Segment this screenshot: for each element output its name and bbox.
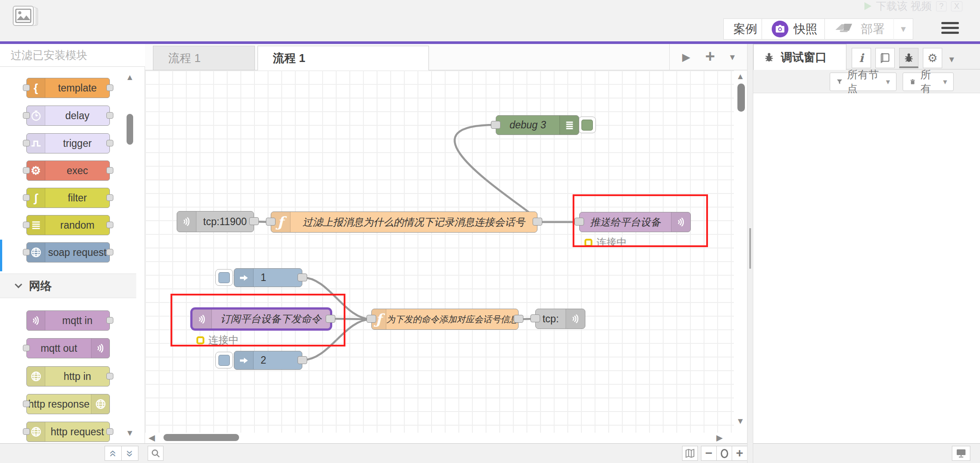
palette-section-network[interactable]: 网络 xyxy=(0,273,136,298)
node-function-filter[interactable]: ƒ 过滤上报消息为什么的情况下记录消息连接会话号 xyxy=(271,211,537,233)
deploy-button[interactable]: 部署 ▾ xyxy=(824,18,913,40)
tab-debug-window[interactable]: 调试窗口 xyxy=(753,44,846,70)
output-port[interactable] xyxy=(106,222,113,228)
node-function-command[interactable]: ƒ 为下发的命令添加对应会话号信息 xyxy=(371,309,519,330)
canvas-scroll-down[interactable]: ▼ xyxy=(736,417,744,425)
collapse-all-button[interactable]: « xyxy=(105,446,122,461)
input-port[interactable] xyxy=(23,401,30,407)
open-in-window-button[interactable] xyxy=(952,446,970,461)
output-port[interactable] xyxy=(106,428,113,435)
output-port[interactable] xyxy=(106,194,113,201)
input-port[interactable] xyxy=(23,194,30,201)
output-port[interactable] xyxy=(106,317,113,324)
overlay-help-button[interactable]: ? xyxy=(936,1,947,11)
debug-tab-button[interactable] xyxy=(899,48,918,68)
input-port[interactable] xyxy=(23,222,30,228)
palette-node-mqtt-in[interactable]: mqtt in xyxy=(26,310,110,331)
palette-node-mqtt-out[interactable]: mqtt out xyxy=(26,338,110,358)
palette-scroll-up[interactable]: ▲ xyxy=(126,73,134,81)
zoom-in-button[interactable]: + xyxy=(732,446,748,461)
input-port[interactable] xyxy=(574,218,584,226)
output-port[interactable] xyxy=(298,273,307,281)
node-push-to-platform[interactable]: 推送给平台设备 xyxy=(579,212,691,232)
palette-scrollbar-thumb[interactable] xyxy=(127,114,133,145)
input-port[interactable] xyxy=(23,84,30,91)
minimap-button[interactable] xyxy=(682,446,698,461)
workspace-search-button[interactable] xyxy=(148,446,163,461)
input-port[interactable] xyxy=(23,167,30,174)
canvas-scroll-right[interactable]: ▶ xyxy=(716,434,723,442)
output-port[interactable] xyxy=(514,315,523,323)
overlay-close-button[interactable]: X xyxy=(951,1,962,11)
output-port[interactable] xyxy=(106,249,113,255)
palette-node-http-request[interactable]: http request xyxy=(26,422,110,442)
output-port[interactable] xyxy=(533,218,542,226)
wire[interactable] xyxy=(455,125,539,222)
tab-flow-1-active[interactable]: 流程 1 xyxy=(258,46,429,70)
output-port[interactable] xyxy=(326,315,335,323)
input-port[interactable] xyxy=(367,315,376,323)
add-flow-button[interactable]: + xyxy=(705,47,715,66)
palette-node-trigger[interactable]: trigger xyxy=(26,133,110,153)
palette-node-exec[interactable]: ⚙ exec xyxy=(26,160,110,181)
canvas-scroll-up[interactable]: ▲ xyxy=(736,72,744,80)
input-port[interactable] xyxy=(530,314,540,322)
snapshot-button[interactable]: 快照 xyxy=(762,18,828,40)
sidebar-splitter[interactable] xyxy=(747,44,753,463)
palette-node-delay[interactable]: delay xyxy=(26,106,110,126)
input-port[interactable] xyxy=(23,140,30,146)
output-port[interactable] xyxy=(106,167,113,174)
node-tcp-in[interactable]: tcp:11900 xyxy=(177,211,254,232)
debug-enable-toggle[interactable] xyxy=(578,117,596,133)
link-1-toggle[interactable] xyxy=(215,269,233,286)
canvas-scroll-left[interactable]: ◀ xyxy=(149,434,155,442)
palette-scroll-down[interactable]: ▼ xyxy=(126,429,134,437)
input-port[interactable] xyxy=(23,428,30,435)
deploy-options-caret[interactable]: ▾ xyxy=(893,18,913,40)
output-port[interactable] xyxy=(106,112,113,119)
palette-node-template[interactable]: { template xyxy=(26,78,110,98)
zoom-reset-button[interactable] xyxy=(716,446,732,461)
input-port[interactable] xyxy=(23,112,30,119)
help-tab-button[interactable] xyxy=(875,48,895,68)
expand-all-button[interactable]: » xyxy=(121,446,138,461)
node-link-2[interactable]: 2 xyxy=(234,351,302,370)
sidebar-tabs-caret[interactable]: ▾ xyxy=(949,54,954,65)
flow-workspace[interactable]: debug 3 tcp:11900 ƒ 过滤上报消息为什么的情况下记录消息连接会… xyxy=(145,70,747,433)
main-menu-button[interactable] xyxy=(941,22,959,36)
clear-debug-button[interactable]: 所有 ▾ xyxy=(903,73,954,91)
tab-flow-1[interactable]: 流程 1 xyxy=(153,46,255,70)
output-port[interactable] xyxy=(106,84,113,91)
output-port[interactable] xyxy=(298,356,307,364)
wifi-icon xyxy=(566,309,585,328)
input-port[interactable] xyxy=(23,249,30,255)
palette-node-http-in[interactable]: http in xyxy=(26,366,110,386)
node-link-1[interactable]: 1 xyxy=(234,268,302,287)
info-tab-button[interactable]: i xyxy=(852,48,871,68)
output-port[interactable] xyxy=(249,217,259,225)
zoom-out-button[interactable]: − xyxy=(701,446,717,461)
output-port[interactable] xyxy=(106,373,113,379)
node-subscribe-commands[interactable]: 订阅平台设备下发命令 xyxy=(192,309,330,329)
tab-list-button[interactable]: ▾ xyxy=(730,51,735,63)
canvas-vscroll-thumb[interactable] xyxy=(737,84,745,112)
input-port[interactable] xyxy=(23,345,30,351)
splitter-scrollbar-thumb[interactable] xyxy=(749,228,751,269)
palette-search-input[interactable] xyxy=(11,49,152,62)
palette-node-filter[interactable]: ∫ filter xyxy=(26,188,110,208)
node-tcp-out[interactable]: tcp: xyxy=(535,309,585,329)
input-port[interactable] xyxy=(491,121,501,129)
canvas-hscroll-thumb[interactable] xyxy=(163,434,239,441)
output-port[interactable] xyxy=(106,140,113,146)
filter-nodes-button[interactable]: 所有节点 ▾ xyxy=(830,73,897,91)
palette-node-soap-request[interactable]: soap request xyxy=(26,242,110,262)
palette-node-http-response[interactable]: http response xyxy=(26,394,110,414)
palette-node-random[interactable]: random xyxy=(26,215,110,235)
examples-button[interactable]: 案例 xyxy=(723,18,767,40)
scroll-tabs-right-button[interactable]: ▶ xyxy=(682,51,690,63)
node-debug-3[interactable]: debug 3 xyxy=(496,115,579,135)
settings-tab-button[interactable]: ⚙ xyxy=(923,48,942,68)
palette-search-box[interactable] xyxy=(0,44,145,67)
link-2-toggle[interactable] xyxy=(215,352,233,368)
input-port[interactable] xyxy=(266,218,276,226)
